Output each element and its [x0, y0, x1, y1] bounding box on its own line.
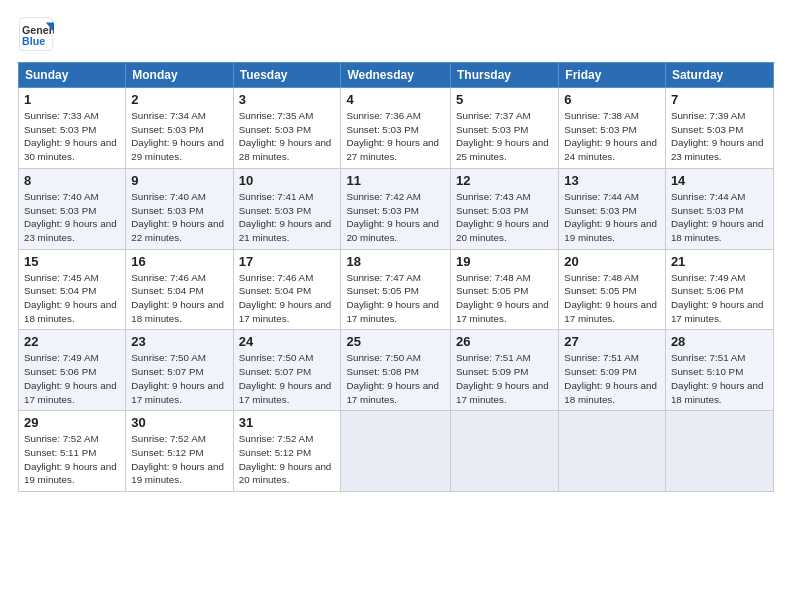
day-number: 16	[131, 254, 227, 269]
calendar-cell: 14 Sunrise: 7:44 AMSunset: 5:03 PMDaylig…	[665, 168, 773, 249]
day-info: Sunrise: 7:42 AMSunset: 5:03 PMDaylight:…	[346, 191, 439, 243]
day-info: Sunrise: 7:51 AMSunset: 5:09 PMDaylight:…	[456, 352, 549, 404]
day-info: Sunrise: 7:44 AMSunset: 5:03 PMDaylight:…	[564, 191, 657, 243]
day-number: 13	[564, 173, 660, 188]
day-number: 27	[564, 334, 660, 349]
day-number: 29	[24, 415, 120, 430]
day-info: Sunrise: 7:36 AMSunset: 5:03 PMDaylight:…	[346, 110, 439, 162]
calendar-cell: 29 Sunrise: 7:52 AMSunset: 5:11 PMDaylig…	[19, 411, 126, 492]
calendar-cell: 16 Sunrise: 7:46 AMSunset: 5:04 PMDaylig…	[126, 249, 233, 330]
day-info: Sunrise: 7:38 AMSunset: 5:03 PMDaylight:…	[564, 110, 657, 162]
day-number: 11	[346, 173, 445, 188]
day-info: Sunrise: 7:50 AMSunset: 5:07 PMDaylight:…	[239, 352, 332, 404]
day-info: Sunrise: 7:50 AMSunset: 5:08 PMDaylight:…	[346, 352, 439, 404]
calendar-cell: 13 Sunrise: 7:44 AMSunset: 5:03 PMDaylig…	[559, 168, 666, 249]
day-number: 2	[131, 92, 227, 107]
day-info: Sunrise: 7:41 AMSunset: 5:03 PMDaylight:…	[239, 191, 332, 243]
calendar-cell: 4 Sunrise: 7:36 AMSunset: 5:03 PMDayligh…	[341, 88, 451, 169]
day-info: Sunrise: 7:48 AMSunset: 5:05 PMDaylight:…	[456, 272, 549, 324]
week-row-2: 8 Sunrise: 7:40 AMSunset: 5:03 PMDayligh…	[19, 168, 774, 249]
weekday-tuesday: Tuesday	[233, 63, 341, 88]
weekday-saturday: Saturday	[665, 63, 773, 88]
weekday-monday: Monday	[126, 63, 233, 88]
day-info: Sunrise: 7:52 AMSunset: 5:12 PMDaylight:…	[131, 433, 224, 485]
calendar-cell: 1 Sunrise: 7:33 AMSunset: 5:03 PMDayligh…	[19, 88, 126, 169]
day-info: Sunrise: 7:46 AMSunset: 5:04 PMDaylight:…	[131, 272, 224, 324]
day-info: Sunrise: 7:50 AMSunset: 5:07 PMDaylight:…	[131, 352, 224, 404]
day-number: 25	[346, 334, 445, 349]
calendar-cell: 20 Sunrise: 7:48 AMSunset: 5:05 PMDaylig…	[559, 249, 666, 330]
weekday-wednesday: Wednesday	[341, 63, 451, 88]
day-number: 22	[24, 334, 120, 349]
header: General Blue	[18, 16, 774, 52]
day-number: 30	[131, 415, 227, 430]
calendar-cell: 31 Sunrise: 7:52 AMSunset: 5:12 PMDaylig…	[233, 411, 341, 492]
day-info: Sunrise: 7:35 AMSunset: 5:03 PMDaylight:…	[239, 110, 332, 162]
calendar-cell: 5 Sunrise: 7:37 AMSunset: 5:03 PMDayligh…	[451, 88, 559, 169]
calendar-cell	[451, 411, 559, 492]
calendar-cell: 12 Sunrise: 7:43 AMSunset: 5:03 PMDaylig…	[451, 168, 559, 249]
day-number: 17	[239, 254, 336, 269]
day-info: Sunrise: 7:45 AMSunset: 5:04 PMDaylight:…	[24, 272, 117, 324]
weekday-header-row: SundayMondayTuesdayWednesdayThursdayFrid…	[19, 63, 774, 88]
day-info: Sunrise: 7:51 AMSunset: 5:10 PMDaylight:…	[671, 352, 764, 404]
calendar-cell: 8 Sunrise: 7:40 AMSunset: 5:03 PMDayligh…	[19, 168, 126, 249]
weekday-friday: Friday	[559, 63, 666, 88]
week-row-5: 29 Sunrise: 7:52 AMSunset: 5:11 PMDaylig…	[19, 411, 774, 492]
day-number: 10	[239, 173, 336, 188]
day-info: Sunrise: 7:49 AMSunset: 5:06 PMDaylight:…	[671, 272, 764, 324]
calendar-cell: 27 Sunrise: 7:51 AMSunset: 5:09 PMDaylig…	[559, 330, 666, 411]
day-info: Sunrise: 7:46 AMSunset: 5:04 PMDaylight:…	[239, 272, 332, 324]
calendar-cell: 21 Sunrise: 7:49 AMSunset: 5:06 PMDaylig…	[665, 249, 773, 330]
calendar-cell: 15 Sunrise: 7:45 AMSunset: 5:04 PMDaylig…	[19, 249, 126, 330]
day-number: 5	[456, 92, 553, 107]
day-info: Sunrise: 7:39 AMSunset: 5:03 PMDaylight:…	[671, 110, 764, 162]
day-info: Sunrise: 7:40 AMSunset: 5:03 PMDaylight:…	[131, 191, 224, 243]
calendar-cell: 25 Sunrise: 7:50 AMSunset: 5:08 PMDaylig…	[341, 330, 451, 411]
day-number: 26	[456, 334, 553, 349]
day-info: Sunrise: 7:44 AMSunset: 5:03 PMDaylight:…	[671, 191, 764, 243]
day-info: Sunrise: 7:33 AMSunset: 5:03 PMDaylight:…	[24, 110, 117, 162]
calendar-cell: 6 Sunrise: 7:38 AMSunset: 5:03 PMDayligh…	[559, 88, 666, 169]
calendar-cell: 28 Sunrise: 7:51 AMSunset: 5:10 PMDaylig…	[665, 330, 773, 411]
day-number: 28	[671, 334, 768, 349]
svg-text:Blue: Blue	[22, 35, 45, 47]
week-row-3: 15 Sunrise: 7:45 AMSunset: 5:04 PMDaylig…	[19, 249, 774, 330]
calendar-table: SundayMondayTuesdayWednesdayThursdayFrid…	[18, 62, 774, 492]
day-info: Sunrise: 7:49 AMSunset: 5:06 PMDaylight:…	[24, 352, 117, 404]
day-info: Sunrise: 7:52 AMSunset: 5:11 PMDaylight:…	[24, 433, 117, 485]
calendar-cell	[665, 411, 773, 492]
day-number: 15	[24, 254, 120, 269]
calendar-cell: 23 Sunrise: 7:50 AMSunset: 5:07 PMDaylig…	[126, 330, 233, 411]
day-number: 6	[564, 92, 660, 107]
day-info: Sunrise: 7:47 AMSunset: 5:05 PMDaylight:…	[346, 272, 439, 324]
day-number: 3	[239, 92, 336, 107]
day-number: 19	[456, 254, 553, 269]
calendar-cell: 10 Sunrise: 7:41 AMSunset: 5:03 PMDaylig…	[233, 168, 341, 249]
calendar-cell: 7 Sunrise: 7:39 AMSunset: 5:03 PMDayligh…	[665, 88, 773, 169]
calendar-cell: 17 Sunrise: 7:46 AMSunset: 5:04 PMDaylig…	[233, 249, 341, 330]
day-number: 23	[131, 334, 227, 349]
day-info: Sunrise: 7:40 AMSunset: 5:03 PMDaylight:…	[24, 191, 117, 243]
calendar-cell: 2 Sunrise: 7:34 AMSunset: 5:03 PMDayligh…	[126, 88, 233, 169]
day-number: 20	[564, 254, 660, 269]
day-number: 7	[671, 92, 768, 107]
calendar-cell	[341, 411, 451, 492]
week-row-4: 22 Sunrise: 7:49 AMSunset: 5:06 PMDaylig…	[19, 330, 774, 411]
day-number: 8	[24, 173, 120, 188]
logo: General Blue	[18, 16, 56, 52]
day-number: 24	[239, 334, 336, 349]
weekday-sunday: Sunday	[19, 63, 126, 88]
day-number: 21	[671, 254, 768, 269]
day-number: 18	[346, 254, 445, 269]
calendar-page: General Blue SundayMondayTuesdayWednesda…	[0, 0, 792, 612]
day-info: Sunrise: 7:43 AMSunset: 5:03 PMDaylight:…	[456, 191, 549, 243]
day-info: Sunrise: 7:51 AMSunset: 5:09 PMDaylight:…	[564, 352, 657, 404]
day-info: Sunrise: 7:48 AMSunset: 5:05 PMDaylight:…	[564, 272, 657, 324]
weekday-thursday: Thursday	[451, 63, 559, 88]
calendar-cell: 22 Sunrise: 7:49 AMSunset: 5:06 PMDaylig…	[19, 330, 126, 411]
day-number: 31	[239, 415, 336, 430]
day-number: 12	[456, 173, 553, 188]
calendar-cell	[559, 411, 666, 492]
calendar-cell: 30 Sunrise: 7:52 AMSunset: 5:12 PMDaylig…	[126, 411, 233, 492]
